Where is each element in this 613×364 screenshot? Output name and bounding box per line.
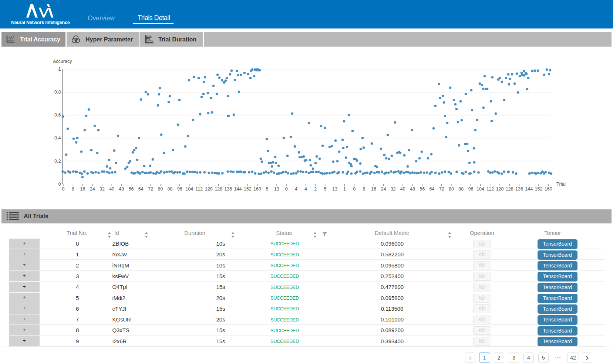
svg-text:48: 48 <box>119 186 124 192</box>
svg-text:2: 2 <box>314 186 317 192</box>
svg-text:80: 80 <box>158 186 163 192</box>
svg-text:13: 13 <box>332 186 337 192</box>
svg-text:80: 80 <box>449 186 454 192</box>
svg-text:5: 5 <box>324 186 327 192</box>
svg-text:5: 5 <box>266 186 268 192</box>
svg-text:0.6: 0.6 <box>54 112 61 118</box>
svg-text:0: 0 <box>62 186 65 192</box>
svg-text:1: 1 <box>58 67 61 72</box>
svg-text:152: 152 <box>244 186 252 192</box>
svg-text:144: 144 <box>234 186 242 192</box>
svg-text:96: 96 <box>468 186 473 192</box>
svg-text:152: 152 <box>535 186 543 192</box>
svg-text:4: 4 <box>304 186 307 192</box>
svg-text:128: 128 <box>215 186 222 192</box>
svg-text:48: 48 <box>410 186 415 192</box>
svg-text:64: 64 <box>138 186 144 192</box>
svg-text:96: 96 <box>177 186 182 192</box>
svg-text:8: 8 <box>72 186 74 192</box>
svg-text:72: 72 <box>148 186 153 192</box>
svg-text:32: 32 <box>100 186 105 192</box>
svg-text:1: 1 <box>343 186 346 192</box>
svg-text:0: 0 <box>353 186 356 192</box>
svg-text:24: 24 <box>381 186 386 192</box>
svg-text:72: 72 <box>439 186 444 192</box>
svg-text:144: 144 <box>525 186 533 192</box>
svg-text:16: 16 <box>371 186 376 192</box>
svg-text:4: 4 <box>295 186 297 192</box>
svg-text:0.4: 0.4 <box>54 135 61 141</box>
svg-text:0.2: 0.2 <box>54 159 61 164</box>
svg-text:64: 64 <box>430 186 435 192</box>
svg-text:8: 8 <box>363 186 365 192</box>
svg-text:16: 16 <box>80 186 85 192</box>
svg-text:104: 104 <box>185 186 193 192</box>
svg-text:13: 13 <box>274 186 279 192</box>
svg-text:Trial: Trial <box>556 181 566 187</box>
svg-text:56: 56 <box>420 186 425 192</box>
svg-text:88: 88 <box>458 186 464 192</box>
svg-text:160: 160 <box>253 186 261 192</box>
svg-text:88: 88 <box>168 186 173 192</box>
svg-text:120: 120 <box>496 186 504 192</box>
svg-text:32: 32 <box>391 186 396 192</box>
svg-text:112: 112 <box>195 186 203 192</box>
svg-text:40: 40 <box>109 186 114 192</box>
svg-text:56: 56 <box>129 186 134 192</box>
svg-text:0: 0 <box>58 182 61 187</box>
svg-text:136: 136 <box>515 186 523 192</box>
svg-text:104: 104 <box>476 186 484 192</box>
svg-text:128: 128 <box>506 186 513 192</box>
svg-text:160: 160 <box>545 186 552 192</box>
svg-text:Accuracy: Accuracy <box>53 59 72 64</box>
svg-text:0.8: 0.8 <box>54 90 61 95</box>
svg-text:136: 136 <box>224 186 232 192</box>
svg-text:24: 24 <box>90 186 95 192</box>
svg-text:40: 40 <box>400 186 405 192</box>
svg-text:112: 112 <box>486 186 494 192</box>
svg-text:0: 0 <box>285 186 288 192</box>
svg-text:120: 120 <box>205 186 213 192</box>
